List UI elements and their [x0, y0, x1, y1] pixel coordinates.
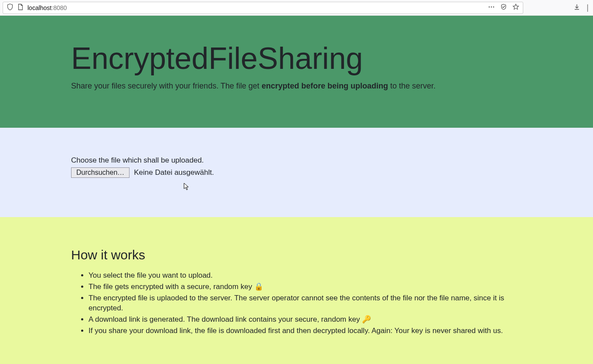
upload-section: Choose the file which shall be uploaded.… [0, 128, 593, 217]
url-actions [488, 3, 519, 12]
page-title: EncryptedFileSharing [71, 42, 525, 75]
howitworks-title: How it works [71, 248, 525, 262]
divider-icon: | [586, 3, 589, 12]
file-input-row: Durchsuchen… Keine Datei ausgewählt. [71, 167, 525, 178]
url-host: localhost [27, 4, 51, 11]
url-text: localhost:8080 [27, 4, 484, 11]
page-icon [17, 3, 24, 12]
url-bar[interactable]: localhost:8080 [3, 2, 523, 14]
download-icon[interactable] [573, 3, 580, 12]
svg-point-2 [493, 6, 494, 7]
list-item: The encrypted file is uplaoded to the se… [89, 293, 525, 314]
svg-point-0 [489, 6, 490, 7]
list-item: If you share your download link, the fil… [89, 326, 525, 336]
list-item: The file gets encrypted with a secure, r… [89, 282, 525, 292]
svg-point-1 [491, 6, 492, 7]
reader-icon[interactable] [500, 3, 507, 12]
browser-address-bar-area: localhost:8080 [0, 0, 593, 16]
list-item: You select the file you want to upload. [89, 270, 525, 281]
upload-label: Choose the file which shall be uploaded. [71, 156, 525, 165]
bookmark-star-icon[interactable] [512, 3, 519, 12]
url-port: :8080 [51, 4, 67, 11]
list-item: A download link is generated. The downlo… [89, 314, 525, 325]
header-section: EncryptedFileSharing Share your files se… [0, 16, 593, 128]
browse-button[interactable]: Durchsuchen… [71, 167, 130, 178]
howitworks-list: You select the file you want to upload. … [71, 270, 525, 336]
file-selected-status: Keine Datei ausgewählt. [134, 168, 214, 177]
shield-icon [7, 3, 14, 12]
more-icon[interactable] [488, 3, 495, 12]
chrome-right-icons: | [573, 3, 590, 12]
page-subtitle: Share your files securely with your frie… [71, 82, 525, 91]
howitworks-section: How it works You select the file you wan… [0, 217, 593, 364]
